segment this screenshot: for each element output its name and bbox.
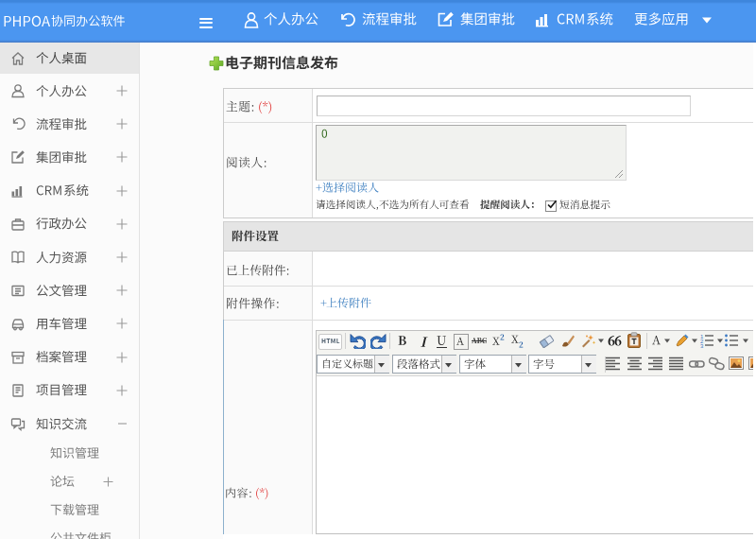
svg-text:3: 3 [700, 343, 704, 349]
